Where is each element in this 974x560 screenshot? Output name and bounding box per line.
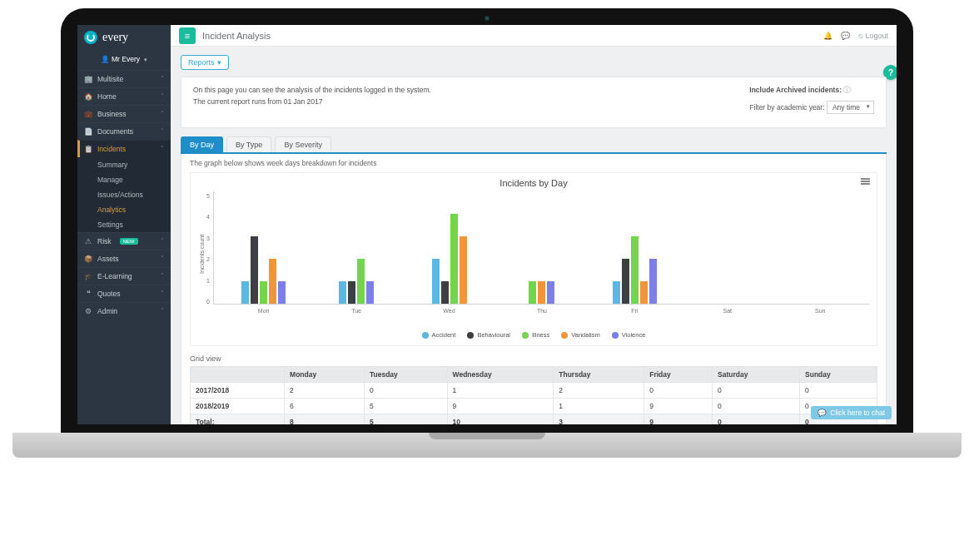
chart-menu-icon[interactable] xyxy=(861,178,870,185)
bar-vandalism[interactable] xyxy=(460,236,467,304)
sidebar-item-incidents[interactable]: 📋Incidents˄ xyxy=(77,140,171,157)
bell-icon[interactable]: 🔔 xyxy=(823,32,832,40)
bar-illness[interactable] xyxy=(450,214,458,304)
bar-vandalism[interactable] xyxy=(269,259,276,304)
legend-item-vandalism[interactable]: Vandalism xyxy=(561,331,599,339)
y-tick: 0 xyxy=(206,299,210,305)
grid-cell: 0 xyxy=(644,383,713,399)
tabs: By DayBy TypeBy Severity xyxy=(181,136,887,154)
reports-dropdown[interactable]: Reports ▾ xyxy=(181,55,229,70)
bar-accident[interactable] xyxy=(432,259,440,304)
grid-header: Friday xyxy=(644,367,713,383)
filter-year-label: Filter by academic year: xyxy=(749,103,824,112)
info-panel: On this page you can see the analysis of… xyxy=(181,77,887,128)
grid-cell: 5 xyxy=(364,399,447,414)
bar-illness[interactable] xyxy=(357,259,365,304)
table-row: 2017/20182012000 xyxy=(191,383,877,399)
legend-swatch xyxy=(612,332,619,339)
bar-illness[interactable] xyxy=(260,281,267,304)
sidebar-item-business[interactable]: 💼Business˅ xyxy=(77,105,171,122)
chevron-down-icon: ˅ xyxy=(161,128,164,135)
bar-accident[interactable] xyxy=(339,281,346,304)
legend-label: Accident xyxy=(432,331,456,339)
legend-item-accident[interactable]: Accident xyxy=(422,331,456,339)
grid-header: Monday xyxy=(285,367,365,383)
sidebar-subitem-settings[interactable]: Settings xyxy=(77,217,171,232)
x-tick: Mon xyxy=(258,308,270,314)
info-icon[interactable]: ⓘ xyxy=(843,86,851,94)
sidebar-item-quotes[interactable]: ❝Quotes˅ xyxy=(77,285,171,302)
row-header: 2017/2018 xyxy=(191,383,285,399)
chevron-down-icon: ˅ xyxy=(161,290,164,297)
bar-violence[interactable] xyxy=(649,259,657,304)
logout-icon: ⎋ xyxy=(858,32,862,40)
caret-down-icon: ▾ xyxy=(144,57,147,62)
sidebar-item-assets[interactable]: 📦Assets˅ xyxy=(77,250,171,267)
sidebar-subitem-issues-actions[interactable]: Issues/Actions xyxy=(77,187,171,202)
sidebar-item-admin[interactable]: ⚙Admin˅ xyxy=(77,302,171,320)
legend-item-violence[interactable]: Violence xyxy=(612,331,646,339)
row-header: 2018/2019 xyxy=(191,399,285,414)
nav-label: Assets xyxy=(97,255,119,263)
grid-header: Wednesday xyxy=(447,367,554,383)
grid-cell: 8 xyxy=(285,414,365,425)
chevron-down-icon: ˅ xyxy=(161,111,164,117)
bar-illness[interactable] xyxy=(529,281,536,304)
sidebar-item-risk[interactable]: ⚠RiskNEW˅ xyxy=(77,232,171,250)
row-header: Total: xyxy=(191,414,285,425)
bar-violence[interactable] xyxy=(278,281,286,304)
bar-behavioural[interactable] xyxy=(622,259,629,304)
sidebar-item-documents[interactable]: 📄Documents˅ xyxy=(77,122,171,140)
legend-swatch xyxy=(422,332,429,339)
sidebar-subitem-manage[interactable]: Manage xyxy=(77,172,171,187)
x-tick: Sun xyxy=(815,308,825,314)
hamburger-menu-button[interactable]: ≡ xyxy=(179,27,196,44)
user-menu[interactable]: 👤 Mr Every ▾ xyxy=(77,50,171,70)
grid-header xyxy=(191,367,285,383)
bar-vandalism[interactable] xyxy=(640,281,648,304)
tab-by-type[interactable]: By Type xyxy=(226,136,271,152)
bar-illness[interactable] xyxy=(631,236,639,304)
sidebar-item-e-learning[interactable]: 🎓E-Learning˅ xyxy=(77,267,171,285)
live-chat-button[interactable]: 💬 Click here to chat xyxy=(811,406,892,419)
filter-year-select[interactable]: Any time xyxy=(827,101,874,114)
legend-item-illness[interactable]: Illness xyxy=(522,331,549,339)
nav-icon: 🏠 xyxy=(84,92,92,101)
x-tick: Sat xyxy=(723,308,733,314)
legend-item-behavioural[interactable]: Behavioural xyxy=(467,331,510,339)
nav-icon: 📋 xyxy=(84,145,92,153)
chevron-down-icon: ˅ xyxy=(161,76,164,82)
sidebar-subitem-analytics[interactable]: Analytics xyxy=(77,202,171,217)
logout-link[interactable]: ⎋ Logout xyxy=(858,32,888,40)
bar-behavioural[interactable] xyxy=(251,236,258,304)
tab-by-severity[interactable]: By Severity xyxy=(275,136,331,152)
bar-group-thu: Thu xyxy=(495,191,588,304)
page-title: Incident Analysis xyxy=(202,31,271,41)
nav-icon: ⚠ xyxy=(84,237,92,245)
sidebar-subitem-summary[interactable]: Summary xyxy=(77,157,171,172)
brand-name: every xyxy=(102,31,128,44)
grid-header: Tuesday xyxy=(364,367,447,383)
bar-group-sat: Sat xyxy=(681,191,773,304)
bar-violence[interactable] xyxy=(366,281,374,304)
bar-accident[interactable] xyxy=(613,281,620,304)
x-tick: Wed xyxy=(443,308,455,314)
bar-violence[interactable] xyxy=(547,281,554,304)
bar-vandalism[interactable] xyxy=(538,281,545,304)
sidebar-item-multisite[interactable]: 🏢Multisite˅ xyxy=(77,70,171,87)
chat-icon[interactable]: 💬 xyxy=(841,32,850,40)
brand-mark-icon xyxy=(84,31,97,44)
x-tick: Fri xyxy=(631,308,638,314)
bar-behavioural[interactable] xyxy=(441,281,449,304)
sidebar-item-home[interactable]: 🏠Home˅ xyxy=(77,87,171,105)
grid-cell: 6 xyxy=(285,399,365,414)
bar-behavioural[interactable] xyxy=(348,281,355,304)
nav-icon: 💼 xyxy=(84,110,92,118)
nav-label: Home xyxy=(97,92,117,101)
bar-group-mon: Mon xyxy=(217,191,310,304)
grid-cell: 3 xyxy=(554,414,644,425)
tab-by-day[interactable]: By Day xyxy=(181,136,223,152)
bar-accident[interactable] xyxy=(241,281,249,304)
nav-icon: 🎓 xyxy=(84,272,92,280)
chevron-down-icon: ˅ xyxy=(161,93,164,100)
